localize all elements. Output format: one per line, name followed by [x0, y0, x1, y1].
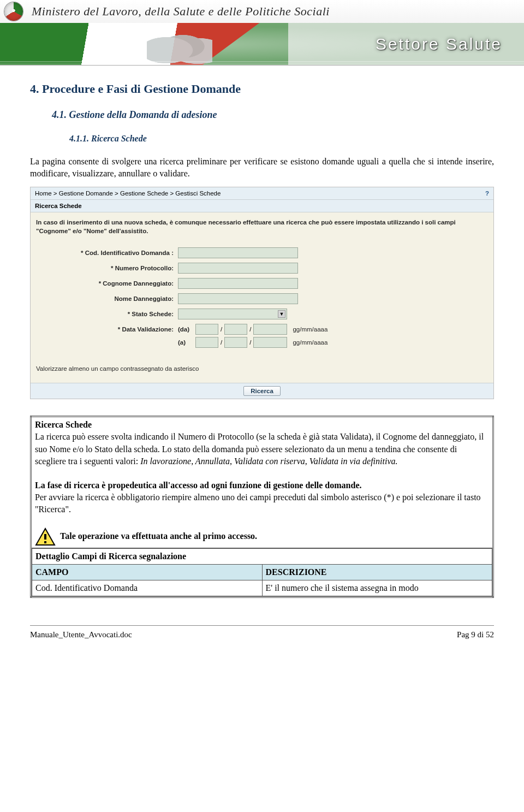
select-stato-schede[interactable]: ▼ — [178, 309, 287, 319]
input-date-from-day[interactable] — [195, 324, 218, 335]
table-cell-field: Cod. Identificativo Domanda — [32, 580, 263, 596]
date-to-label: (a) — [178, 339, 193, 346]
statue-icon — [147, 27, 212, 66]
label-nome: Nome Danneggiato: — [36, 295, 178, 302]
italian-flag-icon — [0, 23, 288, 66]
chevron-down-icon: ▼ — [278, 310, 285, 318]
input-numero-protocollo[interactable] — [178, 263, 298, 274]
label-numero-protocollo: * Numero Protocollo: — [36, 265, 178, 271]
heading-level-2: 4. Procedure e Fasi di Gestione Domande — [30, 82, 494, 96]
input-date-from-year[interactable] — [253, 324, 287, 335]
svg-rect-1 — [44, 534, 46, 540]
label-cognome: * Cognome Danneggiato: — [36, 280, 178, 287]
date-format-hint: gg/mm/aaaa — [293, 326, 327, 333]
input-date-to-day[interactable] — [195, 337, 218, 348]
panel-instructions: In caso di inserimento di una nuova sche… — [31, 212, 493, 243]
italy-emblem-icon — [4, 2, 23, 21]
heading-level-3: 4.1. Gestione della Domanda di adesione — [52, 109, 494, 121]
input-date-from-month[interactable] — [224, 324, 247, 335]
label-stato-schede: * Stato Schede: — [36, 311, 178, 317]
warning-triangle-icon — [35, 527, 56, 546]
ricerca-button[interactable]: Ricerca — [243, 386, 281, 396]
date-separator: / — [249, 326, 251, 333]
banner-lines — [0, 61, 524, 66]
footer-filename: Manuale_Utente_Avvocati.doc — [30, 630, 132, 639]
info-box-para1: La ricerca può essere svolta indicando i… — [35, 431, 489, 467]
input-date-to-month[interactable] — [224, 337, 247, 348]
table-header-campo: CAMPO — [32, 565, 263, 580]
info-box-para2-rest: Per avviare la ricerca è obbligatorio ri… — [35, 491, 489, 515]
input-cognome[interactable] — [178, 278, 298, 289]
date-from-label: (da) — [178, 326, 193, 333]
help-icon[interactable]: ? — [485, 190, 489, 197]
search-form: * Cod. Identificativo Domanda : * Numero… — [31, 243, 493, 357]
label-data-validazione: * Data Validazione: — [36, 324, 178, 333]
table-header-descrizione: DESCRIZIONE — [262, 565, 492, 580]
embedded-app-screenshot: Home > Gestione Domande > Gestione Sched… — [30, 187, 494, 399]
input-date-to-year[interactable] — [253, 337, 287, 348]
form-note: Valorizzare almeno un campo contrassegna… — [31, 357, 493, 383]
page-footer: Manuale_Utente_Avvocati.doc Pag 9 di 52 — [30, 625, 494, 656]
input-cod-domanda[interactable] — [178, 247, 298, 258]
date-separator: / — [221, 339, 222, 346]
date-separator: / — [221, 326, 222, 333]
intro-paragraph: La pagina consente di svolgere una ricer… — [30, 156, 494, 179]
field-detail-table: Dettaglio Campi di Ricerca segnalazione … — [32, 548, 492, 596]
date-separator: / — [249, 339, 251, 346]
panel-title: Ricerca Schede — [31, 200, 493, 212]
info-box-para2-bold: La fase di ricerca è propedeutica all'ac… — [35, 479, 489, 491]
input-nome[interactable] — [178, 293, 298, 304]
heading-level-4: 4.1.1. Ricerca Schede — [69, 134, 494, 144]
ministry-name: Ministero del Lavoro, della Salute e del… — [32, 4, 330, 19]
info-box: Ricerca Schede La ricerca può essere svo… — [30, 416, 494, 598]
info-box-title: Ricerca Schede — [35, 419, 489, 431]
table-cell-desc: E' il numero che il sistema assegna in m… — [262, 580, 492, 596]
date-format-hint: gg/mm/aaaa — [293, 339, 327, 346]
breadcrumb[interactable]: Home > Gestione Domande > Gestione Sched… — [35, 190, 221, 197]
sector-title: Settore Salute — [376, 35, 502, 54]
svg-rect-2 — [44, 541, 46, 543]
footer-page-number: Pag 9 di 52 — [457, 630, 494, 639]
page-header: Ministero del Lavoro, della Salute e del… — [0, 0, 524, 66]
label-cod-domanda: * Cod. Identificativo Domanda : — [36, 250, 178, 256]
info-box-warning: Tale operazione va effettuata anche al p… — [35, 527, 489, 546]
detail-section-title: Dettaglio Campi di Ricerca segnalazione — [32, 549, 492, 565]
